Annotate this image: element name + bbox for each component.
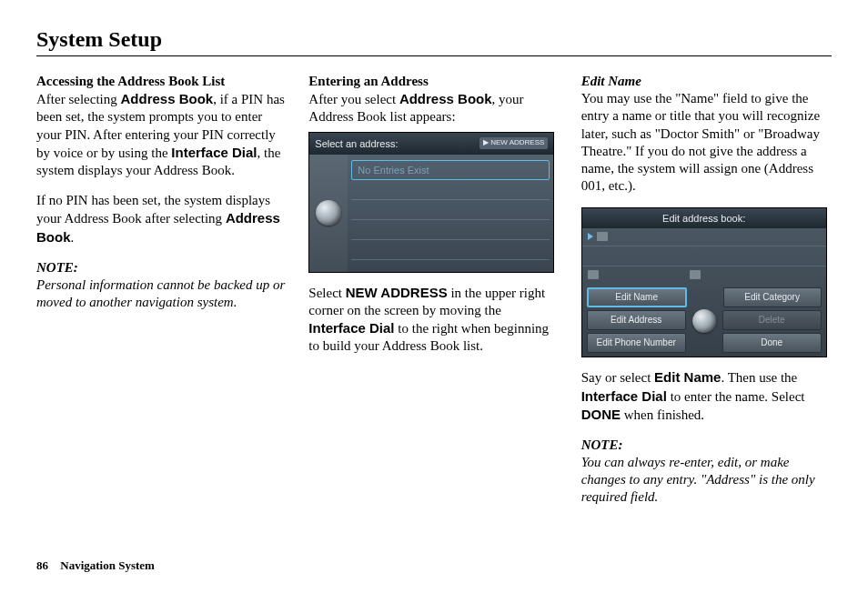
address-book-bold: Address Book [120, 91, 213, 106]
interface-dial-bold-3: Interface Dial [581, 388, 667, 404]
page-title: System Setup [36, 27, 832, 56]
column-2: Entering an Address After you select Add… [308, 73, 559, 546]
col1-p2: If no PIN has been set, the system displ… [36, 192, 287, 246]
col1-intro: Accessing the Address Book List After se… [36, 73, 287, 179]
list-row-4 [351, 220, 550, 240]
col2-heading: Entering an Address [308, 74, 428, 88]
note-body: Personal information cannot be backed up… [36, 276, 287, 311]
delete-button: Delete [722, 310, 822, 330]
edit-name-bold: Edit Name [654, 369, 721, 385]
screen2-iconrow2 [582, 266, 826, 285]
list-row-5 [351, 240, 550, 260]
col3-p2b: . Then use the [721, 370, 797, 385]
screen2-buttons: Edit Name Edit Category Edit Address Del… [582, 284, 826, 357]
play-icon [588, 233, 593, 240]
select-address-screenshot: Select an address: ▶ NEW ADDRESS No Entr… [308, 132, 554, 273]
edit-address-button: Edit Address [587, 310, 686, 330]
column-3: Edit Name You may use the "Name" field t… [581, 73, 832, 546]
screen1-body: No Entries Exist [309, 155, 553, 272]
done-button: Done [722, 333, 822, 353]
page-number: 86 [36, 558, 48, 572]
screen2-blank-row [582, 246, 826, 266]
screen1-header: Select an address: ▶ NEW ADDRESS [309, 133, 553, 155]
col3-intro: Edit Name You may use the "Name" field t… [581, 73, 832, 195]
edit-phone-button: Edit Phone Number [587, 333, 686, 353]
interface-dial-bold: Interface Dial [171, 145, 257, 160]
col1-p1a: After selecting [36, 92, 120, 106]
new-address-bold: NEW ADDRESS [346, 285, 448, 300]
content-columns: Accessing the Address Book List After se… [36, 73, 832, 546]
category-icon [597, 232, 608, 241]
phone-icon [690, 270, 701, 279]
note-label: NOTE: [36, 259, 287, 276]
new-address-badge: ▶ NEW ADDRESS [479, 137, 548, 148]
edit-category-button: Edit Category [723, 287, 822, 307]
col1-p2b: . [71, 230, 75, 245]
col3-p2c: to enter the name. Select [667, 389, 805, 404]
col3-p2d: when finished. [621, 407, 704, 422]
address-book-bold-3: Address Book [399, 91, 492, 106]
manual-name: Navigation System [60, 558, 155, 572]
house-icon [588, 270, 599, 279]
list-row-2 [351, 180, 550, 200]
page-footer: 86 Navigation System [36, 558, 155, 573]
col3-p2a: Say or select [581, 370, 654, 385]
edit-name-button: Edit Name [587, 287, 687, 307]
screen1-title: Select an address: [315, 137, 398, 150]
col3-heading: Edit Name [581, 74, 641, 88]
col3-note: NOTE: You can always re-enter, edit, or … [581, 437, 832, 507]
interface-dial-bold-2: Interface Dial [308, 320, 394, 336]
col1-note: NOTE: Personal information cannot be bac… [36, 259, 287, 312]
done-bold: DONE [581, 407, 621, 422]
screen1-list: No Entries Exist [348, 155, 553, 272]
col2-intro: Entering an Address After you select Add… [308, 73, 559, 126]
list-row-3 [351, 200, 550, 220]
edit-address-book-screenshot: Edit address book: Edit Name Edit Catego… [581, 207, 827, 357]
note-body-2: You can always re-enter, edit, or make c… [581, 454, 832, 507]
column-1: Accessing the Address Book List After se… [36, 73, 287, 546]
note-label-2: NOTE: [581, 437, 832, 454]
col1-heading: Accessing the Address Book List [36, 74, 225, 88]
col2-p2: Select NEW ADDRESS in the upper right co… [308, 284, 559, 356]
col3-p2: Say or select Edit Name. Then use the In… [581, 368, 832, 424]
dial-icon [316, 200, 341, 226]
dial-icon-2 [692, 309, 716, 333]
screen1-dial-panel [309, 155, 348, 272]
col2-p2a: Select [308, 286, 345, 300]
col2-p1a: After you select [308, 92, 399, 106]
screen2-iconrow [582, 228, 826, 246]
screen2-title: Edit address book: [582, 208, 826, 228]
col3-p1: You may use the "Name" field to give the… [581, 91, 820, 193]
list-row-1: No Entries Exist [351, 160, 550, 180]
